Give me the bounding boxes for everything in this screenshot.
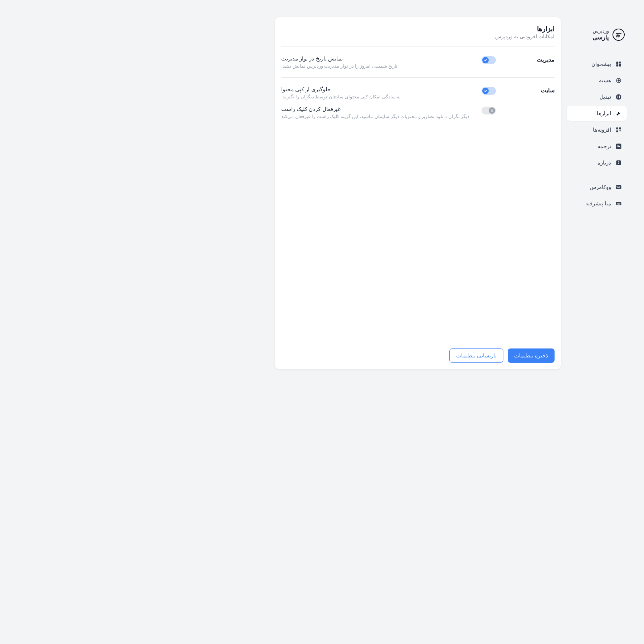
svg-point-6 bbox=[616, 94, 621, 100]
svg-rect-10 bbox=[619, 128, 621, 130]
svg-point-14 bbox=[618, 162, 619, 162]
nav-item-about[interactable]: درباره bbox=[567, 155, 627, 170]
plugins-icon bbox=[615, 127, 622, 133]
sidebar: وردپرس پارسی پیشخوان هسته تبد bbox=[567, 17, 627, 369]
save-button[interactable]: ذخیره تنظیمات bbox=[508, 348, 555, 363]
nav-item-plugins[interactable]: افزونه‌ها bbox=[567, 122, 627, 137]
woocommerce-icon bbox=[615, 184, 622, 190]
nav-label: پیشخوان bbox=[591, 61, 611, 67]
section-admin: مدیریت نمایش تاریخ در نوار مدیریت تاریخ … bbox=[281, 47, 555, 77]
svg-rect-0 bbox=[616, 62, 618, 64]
check-icon bbox=[482, 88, 489, 94]
nav-item-acf[interactable]: ACF متا پیشرفته bbox=[567, 196, 627, 211]
svg-text:ACF: ACF bbox=[617, 203, 621, 205]
nav-item-tools[interactable]: ابزارها bbox=[567, 106, 627, 121]
reset-button[interactable]: بازنشانی تنظیمات bbox=[449, 348, 503, 363]
nav-item-dashboard[interactable]: پیشخوان bbox=[567, 57, 627, 72]
svg-rect-8 bbox=[619, 96, 620, 99]
section-label-site: سایت bbox=[504, 86, 555, 119]
setting-title: غیرفعال کردن کلیک راست bbox=[281, 106, 341, 112]
translate-icon bbox=[615, 143, 622, 150]
section-site: سایت جلوگیری از کپی محتوا به سادگی امکان… bbox=[281, 77, 555, 128]
setting-copy-protect: جلوگیری از کپی محتوا به سادگی امکان کپی … bbox=[281, 86, 496, 99]
nav-item-woocommerce[interactable]: ووکامرس bbox=[567, 180, 627, 195]
nav-label: تبدیل bbox=[600, 94, 611, 100]
setting-title: نمایش تاریخ در نوار مدیریت bbox=[281, 55, 343, 62]
nav-item-convert[interactable]: تبدیل bbox=[567, 89, 627, 104]
nav-item-translate[interactable]: ترجمه bbox=[567, 139, 627, 154]
check-icon bbox=[482, 57, 489, 63]
content: مدیریت نمایش تاریخ در نوار مدیریت تاریخ … bbox=[275, 47, 561, 342]
page-header: ابزارها امکانات افزودنی به وردپرس bbox=[275, 17, 561, 47]
main-panel: ابزارها امکانات افزودنی به وردپرس مدیریت… bbox=[275, 17, 561, 369]
nav-label: ترجمه bbox=[597, 143, 611, 150]
nav-label: متا پیشرفته bbox=[585, 200, 611, 207]
core-icon bbox=[615, 77, 622, 84]
svg-rect-12 bbox=[616, 144, 621, 149]
toggle-copy-protect[interactable] bbox=[482, 87, 496, 95]
setting-disable-rclick: غیرفعال کردن کلیک راست دیگر نگران دانلود… bbox=[281, 106, 496, 119]
toggle-disable-rclick[interactable] bbox=[482, 107, 496, 114]
svg-rect-1 bbox=[619, 62, 621, 63]
brand: وردپرس پارسی bbox=[567, 29, 627, 41]
svg-point-5 bbox=[618, 80, 620, 82]
dashboard-icon bbox=[615, 61, 622, 67]
setting-desc: تاریخ شمسی امروز را در نوار مدیریت وردپر… bbox=[281, 63, 397, 69]
svg-rect-2 bbox=[619, 64, 621, 67]
setting-desc: دیگر نگران دانلود تصاویر و محتویات دیگر … bbox=[281, 114, 469, 119]
info-icon bbox=[615, 160, 622, 166]
nav-label: ابزارها bbox=[597, 110, 611, 117]
nav-label: هسته bbox=[599, 77, 611, 84]
brand-top-text: وردپرس bbox=[592, 29, 609, 34]
footer: ذخیره تنظیمات بازنشانی تنظیمات bbox=[275, 342, 561, 369]
page-title: ابزارها bbox=[281, 25, 555, 33]
nav-label: ووکامرس bbox=[590, 184, 611, 190]
x-icon bbox=[489, 107, 495, 114]
svg-rect-3 bbox=[616, 64, 618, 67]
nav-label: افزونه‌ها bbox=[593, 127, 611, 133]
tools-icon bbox=[615, 110, 622, 117]
svg-rect-9 bbox=[616, 128, 618, 130]
convert-icon bbox=[615, 94, 622, 100]
page-subtitle: امکانات افزودنی به وردپرس bbox=[281, 34, 555, 39]
svg-rect-15 bbox=[618, 163, 619, 165]
brand-bottom-text: پارسی bbox=[592, 34, 609, 41]
toggle-show-date[interactable] bbox=[482, 56, 496, 64]
svg-rect-7 bbox=[618, 96, 618, 99]
brand-logo-icon bbox=[613, 29, 625, 41]
nav-item-core[interactable]: هسته bbox=[567, 73, 627, 88]
acf-icon: ACF bbox=[615, 200, 622, 207]
setting-show-date: نمایش تاریخ در نوار مدیریت تاریخ شمسی ام… bbox=[281, 55, 496, 69]
nav-extra: ووکامرس ACF متا پیشرفته bbox=[567, 180, 627, 211]
nav-label: درباره bbox=[597, 160, 611, 166]
setting-desc: به سادگی امکان کپی محتوای سایتتان توسط د… bbox=[281, 94, 401, 99]
section-label-admin: مدیریت bbox=[504, 55, 555, 69]
svg-rect-11 bbox=[616, 131, 618, 132]
setting-title: جلوگیری از کپی محتوا bbox=[281, 86, 331, 93]
nav-main: پیشخوان هسته تبدیل ابزارها bbox=[567, 57, 627, 170]
